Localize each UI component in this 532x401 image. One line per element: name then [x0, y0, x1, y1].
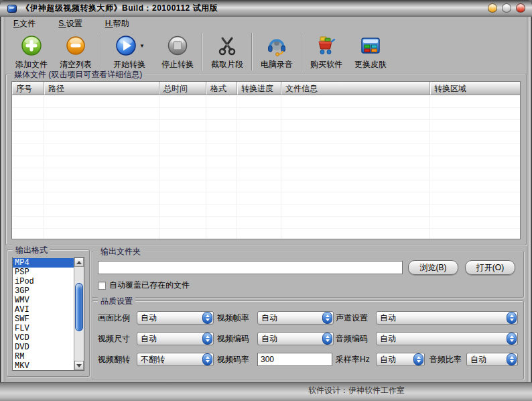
maximize-button[interactable] [502, 3, 511, 13]
spinner-icon [507, 353, 517, 365]
list-item-ipod[interactable]: iPod [13, 277, 74, 286]
add-files-button[interactable]: 添加文件 [9, 32, 54, 70]
toolbar-separator [251, 33, 253, 70]
list-item-rm[interactable]: RM [13, 352, 74, 361]
window-title: 《伊神超级视频转换大师》Build：20100112 试用版 [21, 3, 218, 14]
toolbar-separator [100, 33, 101, 70]
video-size-select[interactable]: 自动 [137, 332, 214, 345]
start-convert-button[interactable]: ▼ 开始转换 [103, 32, 155, 70]
sample-rate-select[interactable]: 自动 [376, 353, 425, 366]
browse-button[interactable]: 浏览(B) [408, 260, 458, 275]
menu-settings[interactable]: S.设置 [56, 17, 84, 30]
video-flip-select[interactable]: 不翻转 [137, 353, 214, 366]
play-circle-icon [114, 33, 138, 58]
audio-codec-value: 自动 [377, 333, 507, 345]
format-listbox[interactable]: MP4 PSP iPod 3GP WMV AVI SWF FLV VCD DVD… [12, 257, 84, 371]
scroll-down-button[interactable] [74, 361, 84, 370]
output-folder-group: 输出文件夹 浏览(B) 打开(O) 自动覆盖已存在的文件 [92, 251, 524, 298]
column-header-path[interactable]: 路径 [44, 82, 159, 95]
list-item-3gp[interactable]: 3GP [13, 286, 74, 296]
video-size-value: 自动 [137, 333, 202, 345]
toolbar-label: 停止转换 [161, 59, 194, 70]
aspect-ratio-label: 画面比例 [98, 312, 137, 324]
spinner-icon [202, 312, 212, 324]
spinner-icon [202, 333, 212, 345]
chevron-down-icon[interactable]: ▼ [139, 43, 145, 49]
audio-bitrate-select[interactable]: 自动 [466, 353, 518, 366]
frame-rate-label: 视频帧率 [217, 312, 257, 324]
list-item-flv[interactable]: FLV [13, 324, 74, 333]
spinner-icon [202, 353, 212, 365]
table-column [206, 96, 237, 239]
overwrite-checkbox[interactable] [98, 282, 106, 290]
aspect-ratio-value: 自动 [137, 312, 202, 324]
spinner-icon [413, 353, 423, 365]
audio-channel-select[interactable]: 自动 [376, 311, 518, 325]
toolbar-label: 截取片段 [211, 59, 243, 70]
list-item-vcd[interactable]: VCD [13, 333, 74, 343]
media-files-table[interactable]: 序号 路径 总时间 格式 转换进度 文件信息 转换区域 [11, 81, 521, 239]
close-button[interactable] [516, 3, 525, 13]
output-format-group: 输出格式 MP4 PSP iPod 3GP WMV AVI SWF FLV VC… [7, 249, 90, 377]
arrow-up-icon [76, 261, 82, 264]
list-item-psp[interactable]: PSP [13, 268, 74, 277]
open-button[interactable]: 打开(O) [465, 260, 515, 275]
clear-circle-icon [64, 33, 88, 58]
clear-list-button[interactable]: 清空列表 [54, 32, 98, 70]
list-item-mkv[interactable]: MKV [13, 361, 74, 370]
scroll-up-button[interactable] [74, 257, 84, 267]
menu-file[interactable]: F.文件 [11, 17, 38, 30]
format-list[interactable]: MP4 PSP iPod 3GP WMV AVI SWF FLV VCD DVD… [13, 257, 74, 370]
buy-software-button[interactable]: 购买软件 [304, 32, 348, 70]
list-item-dvd[interactable]: DVD [13, 343, 74, 352]
content-area: F.文件 S.设置 H.帮助 添加文件 [5, 17, 527, 382]
format-list-scrollbar[interactable] [74, 257, 84, 370]
column-header-format[interactable]: 格式 [206, 82, 237, 95]
video-bitrate-input[interactable] [257, 353, 332, 366]
toolbar-label: 电脑录音 [261, 59, 293, 70]
sample-rate-value: 自动 [377, 354, 413, 365]
minimize-button[interactable] [488, 3, 497, 13]
list-item-mp4[interactable]: MP4 [13, 258, 74, 268]
output-path-input[interactable] [98, 261, 403, 274]
add-circle-icon [19, 33, 44, 58]
video-codec-select[interactable]: 自动 [257, 332, 334, 345]
list-item-swf[interactable]: SWF [13, 314, 74, 324]
table-column [281, 96, 430, 239]
spinner-icon [322, 333, 332, 345]
aspect-ratio-select[interactable]: 自动 [137, 311, 214, 325]
column-header-region[interactable]: 转换区域 [430, 82, 520, 95]
cart-icon [314, 33, 338, 58]
stop-convert-button[interactable]: 停止转换 [155, 32, 200, 70]
capture-clip-button[interactable]: 截取片段 [205, 32, 249, 70]
video-size-label: 视频尺寸 [98, 333, 137, 345]
column-header-duration[interactable]: 总时间 [159, 82, 206, 95]
status-bar: 软件设计：伊神软件工作室 [0, 382, 532, 401]
toolbar-label: 更换皮肤 [354, 59, 387, 70]
output-folder-group-label: 输出文件夹 [98, 246, 143, 257]
video-flip-value: 不翻转 [137, 354, 202, 365]
media-files-group: 媒体文件 (双击项目可查看详细信息) 序号 路径 总时间 格式 转换进度 文件信… [5, 74, 527, 245]
change-skin-button[interactable]: 更换皮肤 [348, 32, 393, 70]
scrollbar-thumb[interactable] [75, 283, 83, 331]
spinner-icon [322, 312, 332, 324]
pc-record-button[interactable]: 电脑录音 [255, 32, 299, 70]
arrow-down-icon [76, 364, 82, 367]
column-header-index[interactable]: 序号 [12, 82, 44, 95]
list-item-avi[interactable]: AVI [13, 305, 74, 314]
audio-codec-select[interactable]: 自动 [376, 332, 518, 345]
frame-rate-select[interactable]: 自动 [257, 311, 334, 325]
quality-settings-group: 品质设置 画面比例 自动 视频帧率 自动 声道设置 自动 [92, 300, 524, 380]
column-header-progress[interactable]: 转换进度 [237, 82, 281, 95]
video-bitrate-label: 视频码率 [217, 354, 257, 365]
title-bar: 《伊神超级视频转换大师》Build：20100112 试用版 [0, 0, 532, 17]
headset-icon [265, 33, 289, 58]
scissors-icon [215, 33, 239, 58]
table-body[interactable] [12, 96, 520, 239]
spinner-icon [507, 333, 517, 345]
video-codec-value: 自动 [258, 333, 322, 345]
menu-help[interactable]: H.帮助 [103, 17, 132, 30]
media-files-group-label: 媒体文件 (双击项目可查看详细信息) [11, 69, 145, 80]
column-header-fileinfo[interactable]: 文件信息 [281, 82, 430, 95]
list-item-wmv[interactable]: WMV [13, 296, 74, 305]
